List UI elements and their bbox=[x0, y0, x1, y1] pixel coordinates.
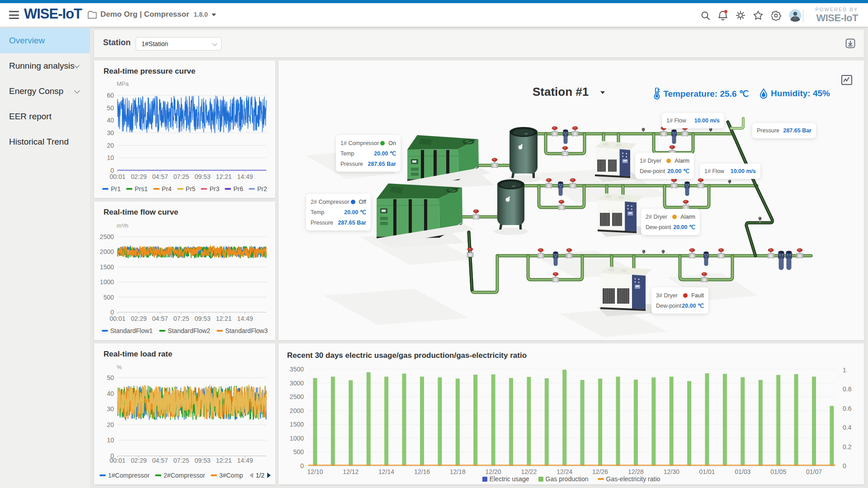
svg-text:09:53: 09:53 bbox=[194, 315, 210, 322]
svg-text:01/05: 01/05 bbox=[770, 468, 786, 475]
svg-text:12/12: 12/12 bbox=[343, 468, 359, 475]
svg-text:0.4: 0.4 bbox=[843, 424, 852, 431]
svg-text:14:49: 14:49 bbox=[237, 315, 253, 322]
svg-text:02:29: 02:29 bbox=[131, 457, 146, 464]
svg-text:14:49: 14:49 bbox=[237, 173, 253, 180]
svg-text:00:01: 00:01 bbox=[109, 315, 125, 322]
svg-text:12/30: 12/30 bbox=[664, 468, 679, 475]
svg-text:01/07: 01/07 bbox=[806, 468, 822, 475]
svg-text:09:53: 09:53 bbox=[194, 457, 210, 464]
svg-text:500: 500 bbox=[293, 448, 304, 455]
svg-text:m³/h: m³/h bbox=[117, 222, 128, 229]
svg-text:04:57: 04:57 bbox=[152, 457, 168, 464]
svg-text:12:21: 12:21 bbox=[216, 315, 231, 322]
svg-text:20: 20 bbox=[107, 142, 114, 149]
svg-text:30: 30 bbox=[107, 129, 114, 136]
svg-text:1000: 1000 bbox=[290, 435, 304, 442]
svg-text:3500: 3500 bbox=[290, 366, 304, 373]
svg-text:0.2: 0.2 bbox=[843, 443, 852, 450]
svg-text:2000: 2000 bbox=[290, 407, 304, 414]
svg-text:0.6: 0.6 bbox=[843, 405, 852, 412]
svg-text:2500: 2500 bbox=[290, 393, 304, 400]
svg-text:07:25: 07:25 bbox=[173, 173, 189, 180]
svg-text:12/14: 12/14 bbox=[378, 468, 394, 475]
svg-text:12:21: 12:21 bbox=[216, 173, 231, 180]
svg-text:2000: 2000 bbox=[100, 248, 114, 255]
svg-text:%: % bbox=[117, 364, 122, 371]
svg-text:00:01: 00:01 bbox=[109, 457, 125, 464]
svg-text:00:01: 00:01 bbox=[109, 173, 125, 180]
svg-text:20: 20 bbox=[107, 421, 114, 428]
svg-text:12/24: 12/24 bbox=[557, 468, 572, 475]
svg-text:40: 40 bbox=[107, 390, 114, 397]
svg-text:40: 40 bbox=[107, 117, 114, 124]
svg-text:2500: 2500 bbox=[100, 233, 114, 240]
svg-text:30: 30 bbox=[107, 405, 114, 413]
svg-text:MPa: MPa bbox=[117, 80, 129, 87]
svg-text:50: 50 bbox=[107, 374, 114, 381]
svg-text:1500: 1500 bbox=[100, 263, 114, 271]
svg-text:10: 10 bbox=[107, 154, 114, 161]
svg-text:50: 50 bbox=[107, 104, 114, 112]
svg-text:3000: 3000 bbox=[290, 380, 304, 387]
svg-text:0: 0 bbox=[300, 462, 304, 469]
svg-text:01/01: 01/01 bbox=[699, 468, 715, 475]
svg-text:1: 1 bbox=[843, 366, 846, 374]
svg-text:1500: 1500 bbox=[290, 421, 304, 428]
svg-text:12:21: 12:21 bbox=[216, 457, 231, 464]
svg-text:12/18: 12/18 bbox=[450, 468, 466, 475]
svg-text:04:57: 04:57 bbox=[152, 315, 168, 322]
svg-text:60: 60 bbox=[107, 92, 114, 99]
svg-text:0: 0 bbox=[843, 462, 846, 469]
svg-text:12/26: 12/26 bbox=[592, 468, 608, 475]
svg-text:0.8: 0.8 bbox=[843, 385, 852, 393]
svg-text:02:29: 02:29 bbox=[131, 173, 146, 180]
svg-text:12/28: 12/28 bbox=[628, 468, 644, 475]
svg-text:07:25: 07:25 bbox=[173, 315, 189, 322]
svg-text:04:57: 04:57 bbox=[152, 173, 168, 180]
svg-text:500: 500 bbox=[104, 294, 114, 301]
svg-text:12/22: 12/22 bbox=[521, 468, 537, 475]
svg-text:01/03: 01/03 bbox=[735, 468, 750, 475]
svg-text:10: 10 bbox=[107, 436, 114, 444]
svg-text:02:29: 02:29 bbox=[131, 315, 146, 322]
svg-text:12/20: 12/20 bbox=[486, 468, 501, 475]
svg-text:1000: 1000 bbox=[100, 278, 114, 286]
svg-text:14:49: 14:49 bbox=[237, 457, 253, 464]
svg-text:12/16: 12/16 bbox=[414, 468, 430, 475]
svg-text:12/10: 12/10 bbox=[307, 468, 323, 475]
svg-text:09:53: 09:53 bbox=[194, 173, 210, 180]
svg-text:07:25: 07:25 bbox=[173, 457, 189, 464]
